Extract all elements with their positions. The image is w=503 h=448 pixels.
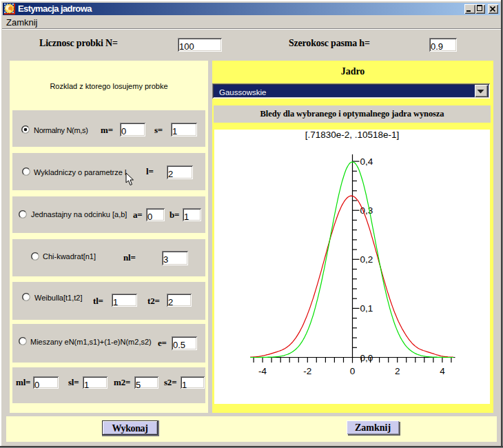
- svg-text:4: 4: [440, 366, 445, 376]
- svg-text:-4: -4: [258, 366, 267, 376]
- svg-text:0,1: 0,1: [360, 303, 373, 314]
- svg-text:-2: -2: [303, 366, 311, 376]
- svg-text:0,0: 0,0: [360, 353, 373, 363]
- svg-text:0,2: 0,2: [360, 254, 373, 265]
- svg-text:0: 0: [350, 366, 356, 376]
- svg-text:0,4: 0,4: [360, 156, 373, 167]
- svg-text:2: 2: [395, 366, 400, 376]
